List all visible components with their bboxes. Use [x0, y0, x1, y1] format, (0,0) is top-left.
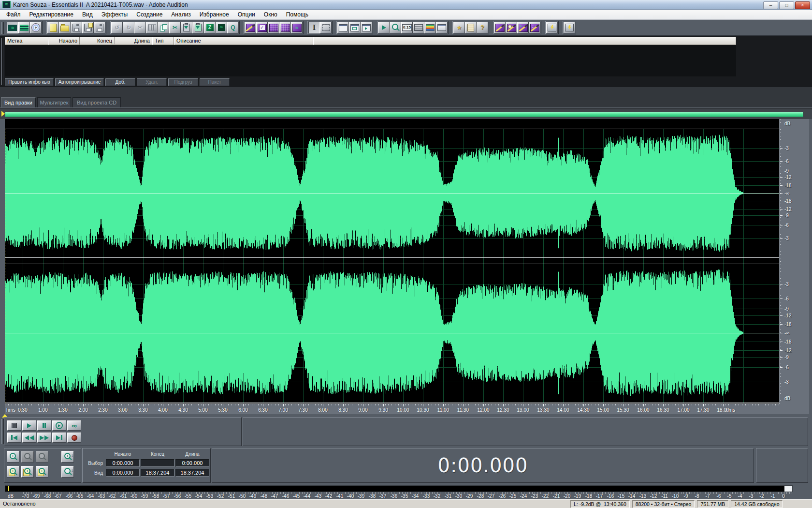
cd-project-view-button[interactable] [30, 22, 42, 33]
favorite-1-button[interactable] [494, 22, 506, 33]
cue-list-body[interactable] [5, 45, 736, 76]
menu-item-5[interactable]: Анализ [167, 10, 195, 19]
show-time-window-button[interactable]: 0:15 [401, 22, 413, 33]
undo-button[interactable]: ↺ [111, 22, 123, 33]
tab-multitrack-view[interactable]: Мультитрек [37, 97, 71, 107]
menu-item-9[interactable]: Помощь [282, 10, 313, 19]
loop-play-button[interactable]: ∞ [67, 420, 81, 431]
preview-play-button[interactable] [378, 22, 390, 33]
stop-button[interactable] [7, 420, 21, 431]
overview-scrollbar[interactable] [5, 112, 803, 117]
save-file-button[interactable] [71, 22, 82, 33]
effect-dynamics-button[interactable] [268, 22, 279, 33]
quick-script-1-button[interactable] [546, 22, 558, 33]
show-cue-list-window-button[interactable] [413, 22, 424, 33]
copy-button[interactable] [158, 22, 169, 33]
timeline-label: 15:00 [597, 407, 609, 413]
title-bar[interactable]: ≈ Karen Souza - Essentials II A 20210421… [0, 0, 812, 10]
save-all-button[interactable] [94, 22, 105, 33]
toolbar-grip[interactable] [1, 22, 4, 34]
tab-edit-view[interactable]: Вид правки [1, 97, 36, 107]
meter-scale-label: -51 [228, 493, 235, 499]
level-meter-panel[interactable]: dB-70-69-68-67-66-65-64-63-62-61-60-59-5… [4, 485, 808, 499]
amplitude-ruler[interactable]: -∞-3-3-6-6-9-9-12-12-18-18-∞-3-3-6-6-9-9… [780, 119, 809, 403]
show-frequency-window-button[interactable] [349, 22, 361, 33]
open-file-button[interactable] [59, 22, 71, 33]
quick-script-2-button[interactable] [564, 22, 575, 33]
favorite-3-button[interactable] [517, 22, 529, 33]
transport-grip[interactable] [1, 419, 4, 444]
save-file-as-button[interactable] [82, 22, 94, 33]
redo-button[interactable]: ↻ [123, 22, 134, 33]
effect-pencil-button[interactable]: ≈ [245, 22, 256, 33]
edit-view-button[interactable]: ≈ [7, 22, 18, 33]
add-cue-button[interactable]: Доб. [105, 78, 135, 86]
go-to-end-button[interactable] [52, 433, 66, 443]
show-placekeeper-window-button[interactable] [436, 22, 448, 33]
convert-sample-type-button[interactable]: Z [204, 22, 216, 33]
go-to-start-button[interactable] [7, 433, 21, 443]
insert-into-multitrack-button[interactable]: ≈ [216, 22, 227, 33]
effect-equalizer-button[interactable] [279, 22, 291, 33]
zoom-in-button[interactable]: + [7, 451, 19, 463]
fast-forward-button[interactable] [37, 433, 51, 443]
scripts-button[interactable] [465, 22, 477, 33]
help-button[interactable]: ? [477, 22, 488, 33]
menu-item-8[interactable]: Окно [260, 10, 282, 19]
view-length-field[interactable]: 18:37.204 [175, 469, 209, 477]
show-zoom-window-button[interactable] [390, 22, 401, 33]
new-file-button[interactable] [47, 22, 59, 33]
cue-autoplay-button[interactable]: Автопроигрывание [55, 78, 104, 86]
batch-processing-button[interactable]: ★ [453, 22, 465, 33]
cue-panel-grip[interactable] [1, 38, 4, 85]
tab-cd-project-view[interactable]: Вид проекта CD [72, 97, 121, 107]
rewind-button[interactable] [22, 433, 36, 443]
level-meter-bar[interactable] [5, 485, 793, 492]
favorite-4-button[interactable] [529, 22, 540, 33]
pause-button[interactable] [37, 420, 51, 431]
vertical-zoom-out-button[interactable]: −↕ [61, 466, 74, 478]
menu-item-4[interactable]: Создание [132, 10, 167, 19]
maximize-button[interactable]: □ [779, 1, 794, 9]
timeline-ruler[interactable]: 0:301:001:302:002:303:003:304:004:305:00… [5, 403, 780, 414]
time-selection-tool-button[interactable]: I [308, 22, 320, 33]
selection-start-field[interactable]: 0:00.000 [106, 459, 140, 467]
vertical-zoom-in-button[interactable]: +↕ [61, 451, 74, 463]
close-button[interactable]: × [795, 1, 810, 9]
minimize-button[interactable]: – [763, 1, 778, 9]
paste-button[interactable] [181, 22, 192, 33]
trim-button[interactable]: ✂ [134, 22, 146, 33]
record-button[interactable] [67, 433, 81, 443]
show-organizer-window-button[interactable] [337, 22, 349, 33]
view-start-field[interactable]: 0:00.000 [106, 469, 140, 477]
play-button[interactable] [22, 420, 36, 431]
view-end-field[interactable]: 18:37.204 [141, 469, 174, 477]
menu-item-1[interactable]: Редактирование [25, 10, 78, 19]
zoom-selection-button[interactable]: + [21, 466, 34, 478]
menu-item-7[interactable]: Опции [233, 10, 260, 19]
edit-cue-info-button[interactable]: Править инфо кью [5, 78, 54, 86]
time-display-panel[interactable]: 0:00.000 [212, 448, 754, 483]
zoom-selection-start-button[interactable]: + [7, 466, 19, 478]
waveform-display[interactable] [5, 119, 779, 403]
overview-playhead-marker[interactable] [1, 111, 5, 117]
show-level-meters-button[interactable] [424, 22, 436, 33]
play-to-end-button[interactable] [52, 420, 66, 431]
cut-button[interactable]: ✂ [169, 22, 181, 33]
zoom-selection-end-button[interactable]: + [36, 466, 48, 478]
favorite-2-button[interactable] [506, 22, 517, 33]
selection-end-field[interactable] [141, 459, 174, 467]
effect-normalize-button[interactable] [256, 22, 268, 33]
show-phase-window-button[interactable] [361, 22, 372, 33]
selection-length-field[interactable]: 0:00.000 [175, 459, 209, 467]
mix-paste-button[interactable] [192, 22, 204, 33]
menu-item-2[interactable]: Вид [78, 10, 97, 19]
menu-item-6[interactable]: Избранное [195, 10, 233, 19]
menu-item-3[interactable]: Эффекты [97, 10, 132, 19]
effect-filter-button[interactable]: ≈ [291, 22, 303, 33]
menu-item-0[interactable]: Файл [2, 10, 25, 19]
multitrack-view-button[interactable] [18, 22, 30, 33]
delete-silence-button[interactable] [146, 22, 158, 33]
insert-into-cd-project-button[interactable]: Q [227, 22, 239, 33]
marquee-selection-tool-button[interactable] [320, 22, 332, 33]
